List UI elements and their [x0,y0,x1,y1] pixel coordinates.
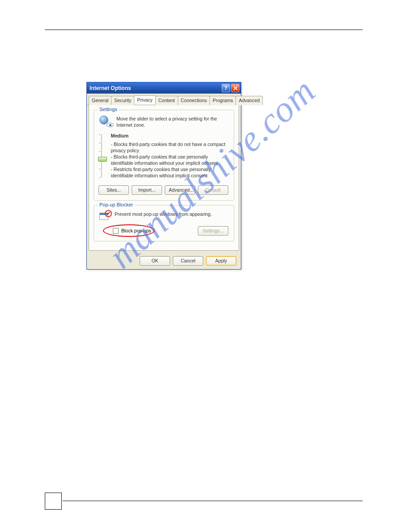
tab-privacy[interactable]: Privacy [134,95,155,105]
slider-thumb[interactable] [98,157,107,162]
settings-button-row: Sites... Import... Advanced... Default [99,185,228,195]
dialog-footer: OK Cancel Apply [87,253,241,269]
privacy-globe-icon [99,116,112,126]
privacy-bullet: - Blocks third-party cookies that use pe… [111,154,228,166]
privacy-slider[interactable] [99,133,104,179]
page-number-box [45,493,62,510]
sites-button[interactable]: Sites... [98,185,129,195]
page-rule-top [45,30,363,30]
tab-content[interactable]: Content [155,96,178,105]
window-title: Internet Options [90,85,221,91]
import-button[interactable]: Import... [132,185,162,195]
popup-settings-button: Settings... [198,226,228,236]
privacy-panel: Settings Move the slider to select a pri… [89,105,239,251]
close-button[interactable] [231,84,240,92]
tab-general[interactable]: General [89,96,111,105]
privacy-bullet: - Restricts first-party cookies that use… [111,166,228,179]
tab-programs[interactable]: Programs [210,96,236,105]
settings-groupbox: Settings Move the slider to select a pri… [94,110,234,201]
default-button: Default [198,185,228,195]
popup-intro-text: Prevent most pop-up windows from appeari… [115,211,212,217]
page-rule-bottom [63,501,363,501]
privacy-description: Medium - Blocks third-party cookies that… [111,133,228,179]
help-button[interactable]: ? [222,84,230,92]
tab-advanced[interactable]: Advanced [235,96,263,105]
ok-button[interactable]: OK [140,256,170,266]
tab-strip: General Security Privacy Content Connect… [87,94,241,105]
popup-group-title: Pop-up Blocker [98,202,135,207]
close-icon [233,86,238,90]
popup-blocker-groupbox: Pop-up Blocker Prevent most pop-up windo… [94,205,234,241]
internet-options-dialog: Internet Options ? General Security Priv… [86,82,241,270]
checkbox-box[interactable] [113,228,119,234]
popup-blocker-icon [99,211,110,222]
settings-intro-text: Move the slider to select a privacy sett… [116,116,228,128]
tab-connections[interactable]: Connections [178,96,210,105]
block-popups-checkbox[interactable]: Block pop-ups [113,228,151,234]
cancel-button[interactable]: Cancel [173,256,203,266]
block-popups-label: Block pop-ups [121,228,151,233]
apply-button[interactable]: Apply [206,256,236,266]
settings-group-title: Settings [98,107,119,112]
advanced-button[interactable]: Advanced... [165,185,195,195]
titlebar[interactable]: Internet Options ? [87,82,241,94]
tab-security[interactable]: Security [111,96,134,105]
privacy-level-label: Medium [111,133,228,139]
privacy-bullet: - Blocks third-party cookies that do not… [111,141,228,154]
